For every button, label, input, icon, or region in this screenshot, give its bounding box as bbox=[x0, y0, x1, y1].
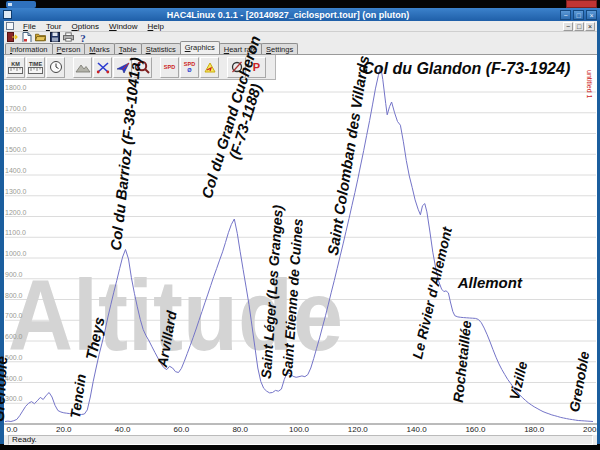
x-tick-label: 0.0 bbox=[6, 425, 18, 434]
spd-avg-sub-label: Ø bbox=[187, 67, 191, 73]
mountain-icon bbox=[75, 61, 91, 73]
help-button[interactable]: ? bbox=[77, 32, 88, 42]
x-tick-label: 140.0 bbox=[407, 425, 428, 434]
open-button[interactable] bbox=[35, 32, 46, 42]
window-title: HAC4Linux 0.1.1 - [20140927_ciclosport.t… bbox=[16, 10, 560, 20]
x-tick-label: 20.0 bbox=[56, 425, 72, 434]
mdi-close-button[interactable]: × bbox=[585, 22, 595, 31]
new-tour-button[interactable] bbox=[21, 32, 32, 42]
menu-file[interactable]: File bbox=[18, 22, 41, 31]
y-tick-label: 1100.0 bbox=[5, 229, 26, 236]
save-button[interactable] bbox=[49, 32, 60, 42]
x-tick-label: 180.0 bbox=[524, 425, 545, 434]
y-tick-label: 1600.0 bbox=[5, 126, 27, 133]
exit-icon bbox=[7, 32, 18, 42]
exit-button[interactable] bbox=[7, 32, 18, 42]
y-tick-label: 1500.0 bbox=[5, 146, 27, 153]
print-icon bbox=[63, 32, 74, 42]
x-tick-label: 100.0 bbox=[289, 425, 310, 434]
x-tick-label: 120.0 bbox=[348, 425, 369, 434]
new-document-icon bbox=[22, 32, 32, 43]
y-tick-label: 1000.0 bbox=[5, 250, 27, 257]
background-window-close-fragment bbox=[566, 0, 597, 8]
x-tick-label: 40.0 bbox=[115, 425, 131, 434]
x-tick-label: 60.0 bbox=[174, 425, 190, 434]
tab-bar: Information Person Marks Table Statistic… bbox=[4, 42, 597, 54]
altitude-profile-button[interactable] bbox=[73, 57, 92, 78]
status-text: Ready. bbox=[8, 435, 593, 445]
menu-options[interactable]: Options bbox=[66, 22, 104, 31]
x-tick-label: 200.0 bbox=[583, 425, 597, 434]
help-icon: ? bbox=[78, 32, 88, 43]
maximize-button[interactable]: □ bbox=[573, 10, 584, 20]
y-tick-label: 1300.0 bbox=[5, 188, 27, 195]
mdi-minimize-button[interactable]: − bbox=[563, 22, 573, 31]
main-toolbar: ? bbox=[4, 32, 597, 42]
menu-tour[interactable]: Tour bbox=[41, 22, 67, 31]
y-tick-label: 1400.0 bbox=[5, 167, 27, 174]
y-tick-label: 1200.0 bbox=[5, 209, 27, 216]
untitled-note: untitled 1 bbox=[586, 70, 593, 98]
desktop: HAC4Linux 0.1.1 - [20140927_ciclosport.t… bbox=[0, 0, 600, 450]
svg-text:?: ? bbox=[80, 32, 86, 43]
time-scale-icon bbox=[28, 67, 43, 74]
title-bar[interactable]: HAC4Linux 0.1.1 - [20140927_ciclosport.t… bbox=[0, 8, 600, 21]
app-icon bbox=[3, 10, 12, 19]
open-folder-icon bbox=[35, 32, 46, 42]
km-scale-button[interactable]: KM bbox=[6, 57, 25, 78]
km-scale-icon bbox=[8, 67, 23, 74]
menu-bar: File Tour Options Window Help − □ × bbox=[4, 21, 597, 32]
cut-button[interactable] bbox=[93, 57, 112, 78]
menu-help[interactable]: Help bbox=[143, 22, 169, 31]
y-tick-label: 900.0 bbox=[5, 271, 23, 278]
mdi-document-icon[interactable] bbox=[6, 22, 14, 30]
print-button[interactable] bbox=[63, 32, 74, 42]
time-scale-button[interactable]: TIME bbox=[26, 57, 45, 78]
speed-button[interactable]: SPD bbox=[160, 57, 179, 78]
chart-plot-area[interactable]: KM TIME bbox=[4, 54, 597, 434]
flag-button[interactable] bbox=[200, 57, 219, 78]
menu-window[interactable]: Window bbox=[104, 22, 142, 31]
flag-icon bbox=[203, 61, 217, 74]
minimize-button[interactable]: − bbox=[560, 10, 571, 20]
save-icon bbox=[50, 32, 60, 42]
y-tick-label: 700.0 bbox=[5, 312, 23, 319]
y-tick-label: 1800.0 bbox=[5, 84, 27, 91]
mdi-restore-button[interactable]: □ bbox=[574, 22, 584, 31]
speed-average-button[interactable]: SPD Ø bbox=[180, 57, 199, 78]
tab-graphics[interactable]: Graphics bbox=[180, 41, 220, 54]
y-tick-label: 1700.0 bbox=[5, 105, 27, 112]
x-tick-label: 160.0 bbox=[465, 425, 486, 434]
spd-label: SPD bbox=[164, 64, 175, 70]
clock-icon bbox=[49, 60, 63, 74]
status-bar: Ready. bbox=[4, 434, 597, 445]
close-button[interactable]: × bbox=[586, 10, 597, 20]
x-tick-label: 80.0 bbox=[232, 425, 248, 434]
background-window-titlebar-fragment bbox=[6, 1, 36, 8]
scissors-icon bbox=[96, 61, 110, 74]
hac4linux-window: HAC4Linux 0.1.1 - [20140927_ciclosport.t… bbox=[0, 8, 600, 444]
y-tick-label: 600.0 bbox=[5, 333, 23, 340]
clock-button[interactable] bbox=[46, 57, 65, 78]
y-tick-label: 800.0 bbox=[5, 292, 23, 299]
